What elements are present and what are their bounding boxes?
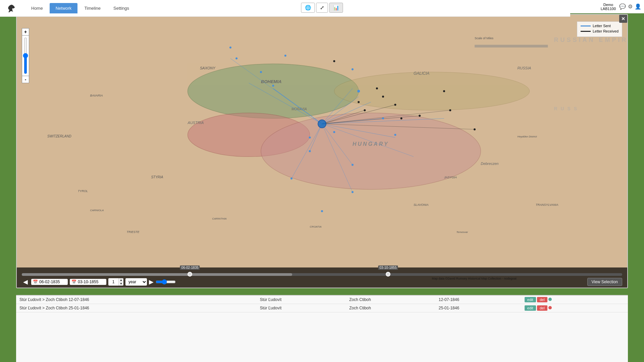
row-sender-2: Stúr Ľudovít > Zoch Ctiboh 25-01-1846 bbox=[16, 304, 257, 312]
legend-received-line bbox=[581, 31, 591, 32]
zoom-out-btn[interactable]: - bbox=[22, 76, 29, 83]
top-bar: Demo LAB1100 💬 ⚙ 👤 bbox=[570, 0, 644, 13]
status-dot-2 bbox=[548, 306, 552, 309]
legend: Letter Sent Letter Received bbox=[577, 21, 622, 37]
map-modal: SAXONY BAVARIA BOHEMIA MORAVIA AUSTRIA H… bbox=[16, 14, 628, 288]
nav-tabs: Home Network Timeline Settings bbox=[25, 3, 135, 13]
table-body: Stúr Ľudovít > Zoch Ctiboh 12-07-1846 St… bbox=[16, 296, 628, 312]
nav-bar: Home Network Timeline Settings bbox=[0, 0, 570, 17]
bottom-table: Stúr Ľudovít > Zoch Ctiboh 12-07-1846 St… bbox=[16, 295, 628, 362]
start-date-group: 📅 bbox=[31, 279, 68, 285]
row-sender2-1: Stúr Ľudovít bbox=[257, 296, 346, 304]
legend-sent: Letter Sent bbox=[581, 24, 619, 28]
top-icons: 💬 ⚙ 👤 bbox=[619, 3, 641, 10]
unit-select[interactable]: day month year bbox=[125, 278, 147, 286]
map-top-controls: 🌐 ⤢ 📊 bbox=[301, 3, 343, 13]
demo-label: Demo bbox=[603, 3, 613, 7]
nav-tab-home[interactable]: Home bbox=[25, 3, 49, 13]
close-button[interactable]: ✕ bbox=[619, 15, 627, 23]
step-input[interactable] bbox=[108, 280, 118, 284]
row-actions-2: edit del bbox=[521, 304, 628, 312]
row-date2-1: 12-07-1846 bbox=[435, 296, 521, 304]
app-logo bbox=[5, 2, 18, 15]
user-icon[interactable]: 👤 bbox=[635, 3, 641, 10]
map-background bbox=[17, 15, 627, 288]
row-receiver2-1: Zoch Ctiboh bbox=[346, 296, 435, 304]
timeline-track[interactable]: 06-02-1835 03-10-1855 bbox=[22, 273, 622, 276]
table-row: Stúr Ľudovít > Zoch Ctiboh 25-01-1846 St… bbox=[16, 304, 628, 312]
legend-sent-line bbox=[581, 25, 591, 26]
nav-tab-timeline[interactable]: Timeline bbox=[78, 3, 107, 13]
globe-view-btn[interactable]: 🌐 bbox=[301, 3, 315, 13]
start-date-input[interactable] bbox=[39, 280, 66, 284]
step-arrows: ▲ ▼ bbox=[118, 278, 123, 286]
timeline-bar: 06-02-1835 03-10-1855 ◀ 📅 📅 bbox=[17, 267, 627, 288]
play-btn[interactable]: ▶ bbox=[149, 278, 154, 286]
calendar-icon-end: 📅 bbox=[71, 280, 76, 284]
speed-slider[interactable] bbox=[156, 279, 176, 285]
del-btn-2[interactable]: del bbox=[537, 305, 547, 311]
comment-icon[interactable]: 💬 bbox=[619, 3, 626, 10]
nav-tab-settings[interactable]: Settings bbox=[107, 3, 135, 13]
view-selection-btn[interactable]: View Selection bbox=[587, 278, 623, 286]
del-btn-1[interactable]: del bbox=[537, 297, 547, 302]
row-actions-1: edit del bbox=[521, 296, 628, 304]
legend-sent-label: Letter Sent bbox=[593, 24, 611, 28]
legend-received-label: Letter Received bbox=[593, 29, 619, 33]
edit-btn-2[interactable]: edit bbox=[525, 305, 536, 311]
step-group: ▲ ▼ bbox=[108, 278, 123, 286]
timeline-handle-left[interactable] bbox=[187, 272, 192, 277]
timeline-handle-right[interactable] bbox=[386, 272, 390, 277]
chart-btn[interactable]: 📊 bbox=[329, 3, 343, 13]
nav-tab-network[interactable]: Network bbox=[50, 3, 78, 13]
row-sender-1: Stúr Ľudovít > Zoch Ctiboh 12-07-1846 bbox=[16, 296, 257, 304]
zoom-slider[interactable] bbox=[23, 37, 28, 74]
calendar-icon-start: 📅 bbox=[33, 280, 38, 284]
close-icon: ✕ bbox=[621, 16, 625, 21]
timeline-label-left: 06-02-1835 bbox=[180, 265, 200, 270]
map-area[interactable]: SAXONY BAVARIA BOHEMIA MORAVIA AUSTRIA H… bbox=[17, 15, 627, 288]
timeline-label-right: 03-10-1855 bbox=[378, 265, 398, 270]
timeline-controls-row: ◀ 📅 📅 ▲ ▼ day bbox=[22, 278, 622, 286]
table-row: Stúr Ľudovít > Zoch Ctiboh 12-07-1846 St… bbox=[16, 296, 628, 304]
share-btn[interactable]: ⤢ bbox=[316, 3, 328, 13]
edit-btn-1[interactable]: edit bbox=[525, 297, 536, 302]
legend-received: Letter Received bbox=[581, 29, 619, 33]
row-receiver2-2: Zoch Ctiboh bbox=[346, 304, 435, 312]
status-dot-1 bbox=[548, 298, 552, 301]
end-date-group: 📅 bbox=[70, 279, 106, 285]
zoom-controls: + - bbox=[22, 28, 29, 83]
timeline-prev-btn[interactable]: ◀ bbox=[22, 278, 29, 286]
zoom-slider-track bbox=[22, 36, 29, 76]
timeline-progress bbox=[22, 273, 292, 276]
lab-label: LAB1100 bbox=[601, 7, 616, 11]
settings-icon[interactable]: ⚙ bbox=[628, 3, 633, 10]
zoom-in-btn[interactable]: + bbox=[22, 28, 29, 36]
step-up-btn[interactable]: ▲ bbox=[119, 278, 123, 282]
demo-info: Demo LAB1100 bbox=[601, 3, 616, 11]
end-date-input[interactable] bbox=[78, 280, 105, 284]
row-date2-2: 25-01-1846 bbox=[435, 304, 521, 312]
letters-table: Stúr Ľudovít > Zoch Ctiboh 12-07-1846 St… bbox=[16, 296, 628, 312]
row-sender2-2: Stúr Ľudovít bbox=[257, 304, 346, 312]
step-down-btn[interactable]: ▼ bbox=[119, 282, 123, 286]
